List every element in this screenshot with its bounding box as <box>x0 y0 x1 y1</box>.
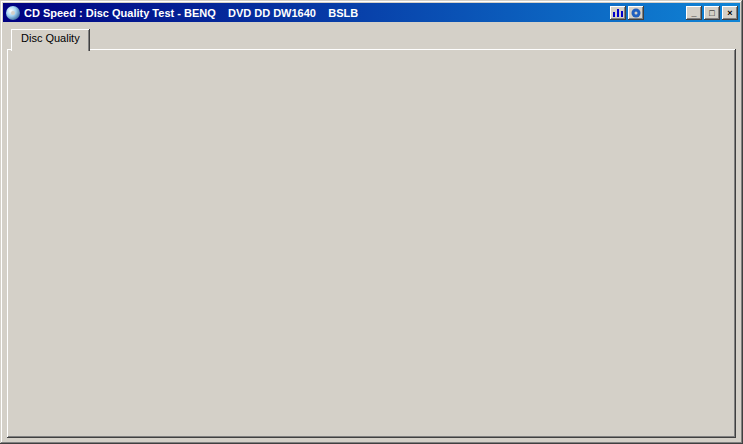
tab-disc-quality[interactable]: Disc Quality <box>11 29 90 51</box>
window-title: CD Speed : Disc Quality Test - BENQ DVD … <box>24 7 608 19</box>
maximize-icon: □ <box>709 8 714 18</box>
minimize-button[interactable]: _ <box>686 6 702 20</box>
chart-icon <box>613 8 623 17</box>
app-window: CD Speed : Disc Quality Test - BENQ DVD … <box>0 0 743 444</box>
titlebar-disc-button[interactable] <box>628 6 644 20</box>
close-button[interactable]: × <box>722 6 738 20</box>
disc-quality-panel <box>7 49 736 438</box>
disc-icon <box>631 8 641 18</box>
titlebar-chart-button[interactable] <box>610 6 626 20</box>
app-icon <box>6 6 20 20</box>
tab-label: Disc Quality <box>21 32 80 44</box>
maximize-button[interactable]: □ <box>704 6 720 20</box>
close-icon: × <box>727 8 732 18</box>
minimize-icon: _ <box>691 8 696 18</box>
titlebar[interactable]: CD Speed : Disc Quality Test - BENQ DVD … <box>3 3 740 22</box>
